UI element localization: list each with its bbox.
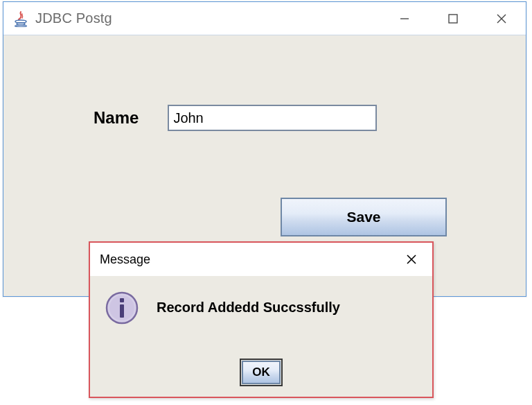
close-button[interactable] (477, 2, 526, 35)
titlebar: JDBC Postg (3, 2, 526, 35)
name-input[interactable] (168, 105, 377, 131)
svg-rect-11 (120, 298, 124, 302)
dialog-close-button[interactable] (391, 243, 432, 276)
ok-button-label: OK (252, 365, 270, 379)
save-button[interactable]: Save (281, 198, 447, 236)
dialog-title: Message (100, 252, 150, 267)
java-icon (13, 10, 28, 27)
svg-point-1 (17, 23, 25, 25)
message-dialog: Message Record Addedd Succssfully OK (89, 241, 434, 398)
svg-rect-12 (120, 304, 124, 318)
window-title: JDBC Postg (35, 10, 112, 26)
ok-button[interactable]: OK (242, 361, 281, 384)
name-row: Name (94, 105, 377, 131)
dialog-message: Record Addedd Succssfully (157, 300, 340, 316)
minimize-button[interactable] (380, 2, 429, 35)
save-button-label: Save (346, 209, 380, 225)
dialog-titlebar: Message (90, 243, 432, 276)
maximize-button[interactable] (429, 2, 477, 35)
name-label: Name (94, 108, 139, 128)
dialog-content: Record Addedd Succssfully OK (90, 276, 432, 397)
svg-rect-4 (449, 15, 457, 23)
window-controls (380, 2, 526, 35)
info-icon (105, 291, 139, 325)
svg-point-2 (15, 25, 27, 26)
